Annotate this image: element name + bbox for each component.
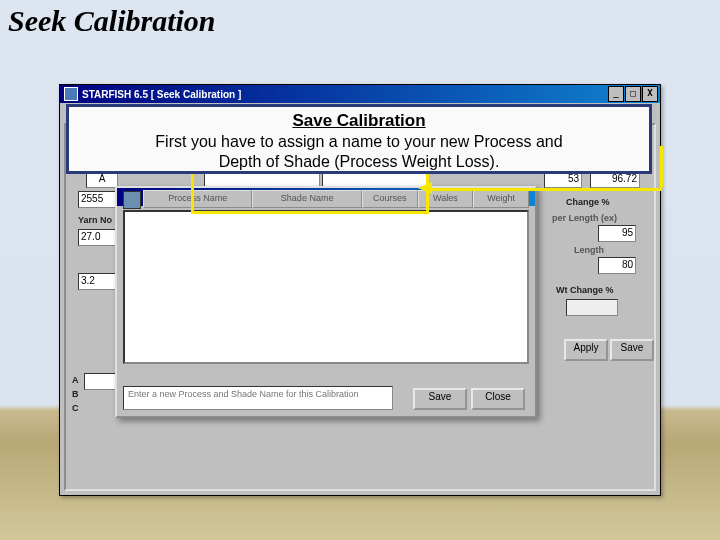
arrow-vert bbox=[660, 146, 666, 188]
change-label: Change % bbox=[566, 197, 610, 207]
dialog-save-button[interactable]: Save bbox=[413, 388, 467, 410]
dialog-close-button[interactable]: Close bbox=[471, 388, 525, 410]
dialog-hint: Enter a new Process and Shade Name for t… bbox=[123, 386, 393, 410]
overlay-title: Save Calibration bbox=[69, 111, 649, 131]
minimize-button[interactable]: _ bbox=[608, 86, 624, 102]
titlebar: STARFISH 6.5 [ Seek Calibration ] _ □ X bbox=[60, 85, 660, 103]
sl-value[interactable]: 3.2 bbox=[78, 273, 120, 290]
row-c: C bbox=[72, 403, 79, 413]
yarn-value[interactable]: 27.0 bbox=[78, 229, 120, 246]
overlay-line1: First you have to assign a name to your … bbox=[69, 132, 649, 151]
app-icon bbox=[64, 87, 78, 101]
arrow-line bbox=[430, 188, 662, 191]
dialog-icon bbox=[123, 191, 141, 209]
slide-title: Seek Calibration bbox=[8, 4, 216, 38]
close-button[interactable]: X bbox=[642, 86, 658, 102]
wt-change-label: Wt Change % bbox=[556, 285, 614, 295]
save-button[interactable]: Save bbox=[610, 339, 654, 361]
col-shade[interactable]: Shade Name bbox=[252, 190, 361, 208]
overlay-line2: Depth of Shade (Process Weight Loss). bbox=[69, 152, 649, 171]
col-process[interactable]: Process Name bbox=[143, 190, 252, 208]
change-2[interactable]: 80 bbox=[598, 257, 636, 274]
instruction-overlay: Save Calibration First you have to assig… bbox=[66, 104, 652, 174]
arrow-head-icon bbox=[418, 182, 432, 194]
col-courses[interactable]: Courses bbox=[362, 190, 418, 208]
wt-change-value[interactable] bbox=[566, 299, 618, 316]
calibration-dialog: Process Name Shade Name Courses Wales We… bbox=[115, 186, 537, 418]
apply-button[interactable]: Apply bbox=[564, 339, 608, 361]
col-weight[interactable]: Weight bbox=[473, 190, 529, 208]
change-1[interactable]: 95 bbox=[598, 225, 636, 242]
maximize-button[interactable]: □ bbox=[625, 86, 641, 102]
row-b: B bbox=[72, 389, 79, 399]
row-a: A bbox=[72, 375, 79, 385]
dialog-list[interactable] bbox=[123, 210, 529, 364]
window-title: STARFISH 6.5 [ Seek Calibration ] bbox=[82, 89, 241, 100]
length-label: Length bbox=[574, 245, 604, 255]
value-2555[interactable]: 2555 bbox=[78, 191, 120, 208]
yarn-label: Yarn No bbox=[78, 215, 112, 225]
perlen-label: per Length (ex) bbox=[552, 213, 617, 223]
